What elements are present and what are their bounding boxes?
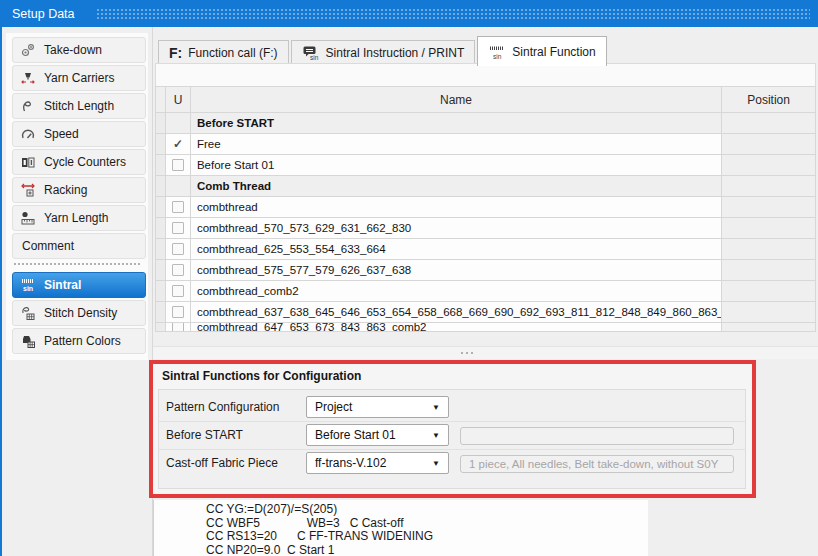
sidebar-item-speed[interactable]: Speed [12,121,146,147]
sintral-functions-panel: Sintral Functions for Configuration Patt… [149,360,756,498]
checkbox[interactable] [172,201,184,213]
sidebar-group-divider [14,263,140,267]
sintral-function-table: U Name Position Before START ✓ Free Befo… [155,86,816,332]
sidebar-item-stitch-length[interactable]: Stitch Length [12,93,146,119]
table-row[interactable]: combthread_570_573_629_631_662_830 [156,218,816,239]
before-start-detail-field[interactable] [460,427,734,445]
sidebar-item-comment[interactable]: Comment [12,233,146,259]
checkbox[interactable] [172,159,184,171]
tab-strip: F: Function call (F:) sin Sintral Instru… [158,36,607,66]
take-down-icon [20,42,36,58]
table-row[interactable]: ✓ Free [156,134,816,155]
tab-label: Function call (F:) [188,46,277,60]
sidebar-item-racking[interactable]: Racking [12,177,146,203]
chevron-down-icon: ▼ [432,431,440,440]
sidebar-item-label: Stitch Density [44,306,117,320]
before-start-dropdown[interactable]: Before Start 01 ▼ [306,424,449,446]
cast-off-fabric-piece-dropdown[interactable]: ff-trans-V.102 ▼ [306,452,449,474]
sintral-icon: sin [20,277,36,293]
dropdown-value: Before Start 01 [315,428,396,442]
row-name: combthread_575_577_579_626_637_638 [191,260,722,281]
yarn-carriers-icon [20,70,36,86]
pattern-colors-icon [20,333,36,349]
window-border [0,27,2,556]
sintral-code-text: CC YG:=D(207)/=S(205)CC WBF5 WB=3 C Cast… [206,503,433,556]
sidebar-item-yarn-length[interactable]: Yarn Length [12,205,146,231]
row-name: combthread_comb2 [191,281,722,302]
stitch-length-icon [20,98,36,114]
table-row[interactable]: combthread_647_653_673_843_863_comb2 [156,323,816,332]
row-name: combthread_625_553_554_633_664 [191,239,722,260]
sidebar-item-label: Yarn Carriers [44,71,114,85]
cast-off-fabric-piece-label: Cast-off Fabric Piece [166,456,278,470]
checkbox[interactable] [172,306,184,318]
row-name: Free [191,134,722,155]
yarn-length-icon [20,210,36,226]
sidebar-item-label: Racking [44,183,87,197]
sidebar-item-sintral[interactable]: sin Sintral [12,272,146,298]
panel-title: Sintral Functions for Configuration [162,369,361,383]
table-row[interactable]: Before Start 01 [156,155,816,176]
row-name: combthread_570_573_629_631_662_830 [191,218,722,239]
sidebar-item-take-down[interactable]: Take-down [12,37,146,63]
table-row[interactable]: combthread_625_553_554_633_664 [156,239,816,260]
row-selector-header [156,87,166,113]
sidebar-item-label: Pattern Colors [44,334,121,348]
sidebar-item-stitch-density[interactable]: Stitch Density [12,300,146,326]
row-name: Before Start 01 [191,155,722,176]
row-name: combthread [191,197,722,218]
checkbox[interactable] [172,243,184,255]
column-header-name[interactable]: Name [191,87,722,113]
table-row[interactable]: Comb Thread [156,176,816,197]
group-row-name: Comb Thread [191,176,722,197]
splitter-handle[interactable] [458,351,476,355]
sidebar-item-label: Yarn Length [44,211,109,225]
pattern-configuration-dropdown[interactable]: Project ▼ [306,396,449,418]
sidebar: Take-down Yarn Carriers Stitch Length Sp… [6,33,148,360]
function-call-icon: F: [169,45,182,61]
table-row[interactable]: Before START [156,113,816,134]
column-header-u[interactable]: U [166,87,191,113]
table-row[interactable]: combthread_575_577_579_626_637_638 [156,260,816,281]
checkbox[interactable] [172,222,184,234]
svg-text:sin: sin [493,52,502,59]
group-row-name: Before START [191,113,722,134]
table-row[interactable]: combthread [156,197,816,218]
dropdown-value: ff-trans-V.102 [315,456,386,470]
sidebar-item-label: Speed [44,127,79,141]
tab-label: Sintral Function [512,45,595,59]
cycle-counters-icon [20,154,36,170]
tab-label: Sintral Instruction / PRINT [326,46,465,60]
sidebar-item-label: Comment [22,239,74,253]
window-title: Setup Data [0,7,75,21]
table-header-row: U Name Position [156,87,816,113]
sidebar-item-label: Cycle Counters [44,155,126,169]
sidebar-item-yarn-carriers[interactable]: Yarn Carriers [12,65,146,91]
checkbox[interactable] [172,264,184,276]
field-divider [158,421,746,422]
svg-text:sin: sin [23,285,33,292]
checked-icon[interactable]: ✓ [173,138,183,150]
sintral-function-icon: sin [488,44,506,60]
field-divider [158,449,746,450]
sidebar-item-pattern-colors[interactable]: Pattern Colors [12,328,146,354]
dropdown-value: Project [315,400,352,414]
titlebar[interactable]: Setup Data [0,0,818,27]
sidebar-item-label: Take-down [44,43,102,57]
checkbox[interactable] [172,323,184,332]
sidebar-item-cycle-counters[interactable]: Cycle Counters [12,149,146,175]
checkbox[interactable] [172,285,184,297]
setup-data-dialog: Setup Data Take-down Yarn Carriers Stitc… [0,0,818,556]
sintral-code-panel[interactable]: CC YG:=D(207)/=S(205)CC WBF5 WB=3 C Cast… [153,500,648,556]
sidebar-item-label: Stitch Length [44,99,114,113]
sintral-instruction-icon: sin [302,45,320,61]
cast-off-detail-field[interactable]: 1 piece, All needles, Belt take-down, wi… [460,455,734,473]
chevron-down-icon: ▼ [432,403,440,412]
table-row[interactable]: combthread_637_638_645_646_653_654_658_6… [156,302,816,323]
racking-icon [20,182,36,198]
table-row[interactable]: combthread_comb2 [156,281,816,302]
splitter-bar[interactable] [153,346,818,359]
row-name: combthread_647_653_673_843_863_comb2 [191,323,722,332]
column-header-position[interactable]: Position [722,87,816,113]
tab-sintral-function[interactable]: sin Sintral Function [477,36,606,66]
